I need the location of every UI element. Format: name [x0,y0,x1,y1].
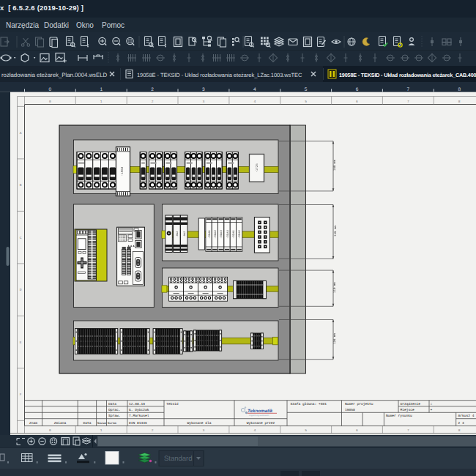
svg-text:6: 6 [356,87,359,92]
svg-text:19058E - TEKSID - Układ rozład: 19058E - TEKSID - Układ rozładowania ete… [137,72,302,78]
svg-text:-31A3: -31A3 [220,230,223,239]
svg-text:158 mm: 158 mm [334,160,338,171]
svg-text:12.08.19: 12.08.19 [129,402,145,406]
svg-text:Numer projektu: Numer projektu [345,402,373,406]
svg-text:1: 1 [100,428,103,433]
svg-text:Zmiana: Zmiana [54,421,67,425]
svg-text:-9A2: -9A2 [176,231,179,238]
svg-text:Teknomatik: Teknomatik [248,409,273,414]
svg-text:T.Markusel: T.Markusel [129,414,149,418]
svg-text:126 mm: 126 mm [334,333,338,344]
svg-text:2: 2 [152,428,154,433]
svg-text:110 mm: 110 mm [334,282,338,293]
svg-text:19058E - TEKSID - Układ rozład: 19058E - TEKSID - Układ rozładowania ete… [339,72,476,78]
svg-text:-9A2: -9A2 [183,231,187,238]
svg-text:8: 8 [458,428,461,433]
svg-text:7: 7 [407,428,409,433]
svg-text:E: E [20,341,22,345]
svg-text:-32A1: -32A1 [232,230,236,239]
svg-text:Urządzenie: Urządzenie [401,402,421,406]
svg-text:1: 1 [100,100,103,104]
svg-text:DIN 81346: DIN 81346 [129,421,147,425]
svg-text:0: 0 [49,428,51,433]
svg-text:-31A4: -31A4 [226,230,230,239]
svg-text:8: 8 [458,100,461,104]
svg-text:Norma: Norma [108,422,117,425]
svg-text:-31A2: -31A2 [214,230,217,239]
svg-text:5: 5 [305,87,308,92]
svg-text:F: F [20,393,22,397]
svg-text:0: 0 [49,87,52,92]
svg-text:C: C [20,236,22,240]
svg-text:G. Dybczak: G. Dybczak [129,408,149,412]
svg-text:4: 4 [253,428,256,433]
svg-text:A: A [20,131,22,135]
svg-text:-1S53: -1S53 [121,166,124,176]
svg-text:3: 3 [203,100,205,104]
svg-text:Numer rysunku: Numer rysunku [386,414,412,418]
svg-text:115 mm: 115 mm [334,226,338,237]
svg-text:Miejsce: Miejsce [401,408,415,412]
svg-text:0: 0 [49,100,51,104]
svg-text:Oprac.: Oprac. [108,408,121,412]
svg-text:4: 4 [253,87,256,92]
svg-text:5: 5 [305,100,307,104]
svg-text:+: + [431,409,433,412]
svg-text:5: 5 [305,428,307,433]
svg-text:8: 8 [458,87,461,92]
svg-text:B: B [20,183,22,187]
svg-text:7: 7 [407,100,409,104]
svg-text:D: D [20,288,22,292]
svg-text:2: 2 [152,100,154,104]
svg-text:Szafa główna: +S01: Szafa główna: +S01 [291,402,327,406]
svg-text:Arkusz 4: Arkusz 4 [458,414,475,418]
svg-text:rozładowania eteżarek_Plan.000: rozładowania eteżarek_Plan.0004.wsELD [1,72,108,78]
svg-text:-31A1: -31A1 [208,230,212,239]
svg-text:Spraw.: Spraw. [108,414,121,418]
svg-text:Znam: Znam [29,421,37,425]
svg-text:6: 6 [356,100,358,104]
svg-text:Data: Data [83,421,91,425]
svg-text:z 4: z 4 [458,421,465,425]
svg-text:3: 3 [202,87,205,92]
svg-text:Wykonane przez: Wykonane przez [247,421,275,425]
svg-text:Nazwa: Nazwa [97,422,107,425]
svg-text:1: 1 [100,87,103,92]
svg-text:Data: Data [108,402,116,406]
svg-text:Wykonane dla: Wykonane dla [187,421,211,425]
svg-text:-1T25: -1T25 [256,163,259,173]
svg-text:6: 6 [356,428,358,433]
svg-text:2: 2 [151,87,154,92]
svg-text:4: 4 [253,100,256,104]
svg-text:Standard: Standard [164,455,193,463]
svg-text:Teksid: Teksid [166,402,179,406]
svg-text:7: 7 [406,87,409,92]
svg-text:=: = [431,403,433,406]
svg-text:3: 3 [203,428,205,433]
svg-text:engineering automation: engineering automation [249,414,269,417]
svg-text:-32A2: -32A2 [238,230,242,239]
svg-text:19058: 19058 [345,408,355,412]
